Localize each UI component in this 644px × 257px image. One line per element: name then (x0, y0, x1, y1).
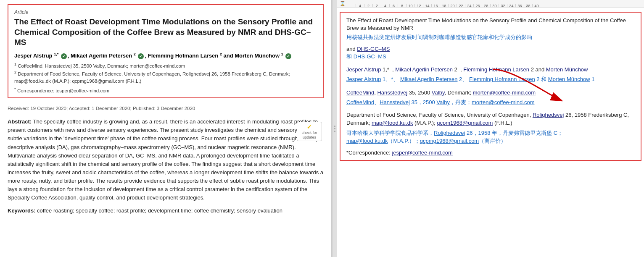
ruler: ⌛ 4 2 2 4 6 8 10 12 14 16 18 20 22 24 26… (337, 0, 644, 8)
hansstedvej-link-en[interactable]: Hansstedvej (377, 89, 407, 96)
trans-authors-en: Jesper Alstrup 1,* , Mikael Agerlin Pete… (346, 66, 635, 74)
ruler-mark-2: 2 (364, 4, 372, 7)
dhs-gc-ms-link-zh[interactable]: DHS-GC–MS (354, 53, 386, 60)
trans-correspondence: *Correspondence: jesper@coffee-mind.com (346, 149, 635, 156)
ruler-mark-16: 16 (431, 4, 440, 7)
coffeemind-link-zh[interactable]: CoffeeMind (346, 99, 374, 105)
ruler-mark-26: 26 (473, 4, 482, 7)
ruler-mark-14: 14 (423, 4, 431, 7)
translation-box: The Effect of Roast Development Time Mod… (340, 12, 641, 161)
left-panel[interactable]: Article The Effect of Roast Development … (0, 0, 332, 257)
flemming-larsen-link-en[interactable]: Flemming Hofmann Larsen (463, 66, 529, 73)
trans-affil1-zh: CoffeeMind、Hansstedvej 35，2500 Valby，丹麦；… (346, 98, 635, 107)
jesper-alstrup-link-zh[interactable]: Jesper Alstrup (346, 76, 381, 82)
correspondence: * Correspondence: jesper@coffee-mind.com (14, 87, 317, 93)
ruler-icon: ⌛ (338, 1, 347, 6)
divider-dots (334, 126, 335, 132)
right-panel[interactable]: ⌛ 4 2 2 4 6 8 10 12 14 16 18 20 22 24 26… (337, 0, 644, 257)
morten-email-link-zh[interactable]: morten@coffee-mind.com (472, 99, 535, 105)
valby-link-zh[interactable]: Valby (436, 99, 450, 105)
ruler-mark-18: 18 (440, 4, 448, 7)
flemming-larsen-link-zh[interactable]: Flemming Hofmann Larsen (469, 76, 535, 82)
trans-affil2-en: Department of Food Science, Faculty of S… (346, 111, 635, 127)
mikael-petersen-link-zh[interactable]: Mikael Agerlin Petersen (400, 76, 458, 82)
trans-authors-zh: Jesper Alstrup 1、*、 Mikael Agerlin Peter… (346, 75, 635, 84)
dhs-gc-ms-link-en[interactable]: DHS-GC–MS (357, 46, 390, 52)
morten-email-link-en[interactable]: morten@coffee-mind.com (473, 89, 536, 96)
ruler-mark-8: 8 (398, 4, 406, 7)
trans-title-en: The Effect of Roast Development Time Mod… (346, 17, 635, 32)
ruler-mark-40: 40 (532, 4, 541, 7)
rolighedsvej-link-zh[interactable]: Rolighedsvej (434, 130, 465, 136)
check-updates-badge: ✔ check for updates (297, 122, 322, 141)
ruler-mark-6: 6 (389, 4, 398, 7)
morten-munchow-link-en[interactable]: Morten Münchow (546, 66, 588, 73)
ruler-marks: 4 2 2 4 6 8 10 12 14 16 18 20 22 24 26 2… (347, 0, 541, 7)
check-icon: ✔ (300, 123, 319, 130)
correspondence-email-link[interactable]: jesper@coffee-mind.com (392, 149, 452, 156)
trans-title-zh: 用核磁共振法测定烘焙发展时间调制对咖啡酿造物感官轮廓和化学成分的影响 (346, 34, 635, 41)
ruler-mark-34: 34 (507, 4, 515, 7)
ruler-mark-32: 32 (499, 4, 507, 7)
ruler-mark-10: 10 (406, 4, 414, 7)
map-email-link-en[interactable]: map@food.ku.dk (372, 120, 413, 126)
mikael-petersen-link-en[interactable]: Mikael Agerlin Petersen (395, 66, 453, 73)
hansstedvej-link-zh[interactable]: Hansstedvej (380, 99, 410, 105)
divider-bar[interactable] (332, 0, 337, 257)
qcpm-email-link-zh[interactable]: qcpmg1968@gmail.com (420, 138, 479, 144)
article-label: Article (14, 9, 317, 15)
coffeemind-link-en[interactable]: CoffeeMind (346, 89, 374, 96)
map-email-link-zh[interactable]: map@food.ku.dk (346, 138, 388, 144)
rolighedsvej-link-en[interactable]: Rolighedsvej (533, 112, 564, 118)
keywords-section: Keywords: coffee roasting; specialty cof… (8, 207, 324, 215)
qcpm-email-link-en[interactable]: qcpm1968@gmail.com (437, 120, 493, 126)
article-box: Article The Effect of Roast Development … (8, 4, 324, 98)
trans-subtitle-en: and DHS-GC–MS (346, 46, 635, 52)
authors: Jesper Alstrup 1,* ✓, Mikael Agerlin Pet… (14, 52, 317, 59)
trans-subtitle-zh: 和 DHS-GC–MS (346, 53, 635, 60)
trans-affil2-zh: 哥本哈根大学科学学院食品科学系，Rolighedsvej 26，1958 年，丹… (346, 129, 635, 145)
affiliations: 1 CoffeeMind, Hansstedvej 35, 2500 Valby… (14, 62, 317, 85)
ruler-mark-4: 4 (381, 4, 389, 7)
ruler-mark-4l: 4 (356, 4, 364, 7)
abstract-section: Abstract: The specialty coffee industry … (8, 118, 324, 202)
ruler-mark-28: 28 (482, 4, 490, 7)
ruler-mark-36: 36 (515, 4, 524, 7)
ruler-mark-30: 30 (490, 4, 499, 7)
ruler-mark-12: 12 (414, 4, 423, 7)
trans-affil1-en: CoffeeMind, Hansstedvej 35, 2500 Valby, … (346, 89, 635, 97)
ruler-mark-24: 24 (465, 4, 473, 7)
valby-link-en[interactable]: Valby (432, 89, 445, 96)
received-line: Received: 19 October 2020; Accepted: 1 D… (8, 106, 195, 111)
morten-munchow-link-zh[interactable]: Morten Münchow (548, 76, 590, 82)
ruler-mark-38: 38 (524, 4, 532, 7)
ruler-mark-2r: 2 (372, 4, 381, 7)
article-title: The Effect of Roast Development Time Mod… (14, 17, 317, 48)
ruler-mark-22: 22 (457, 4, 465, 7)
jesper-alstrup-link-en[interactable]: Jesper Alstrup (346, 66, 381, 73)
ruler-mark-20: 20 (448, 4, 457, 7)
